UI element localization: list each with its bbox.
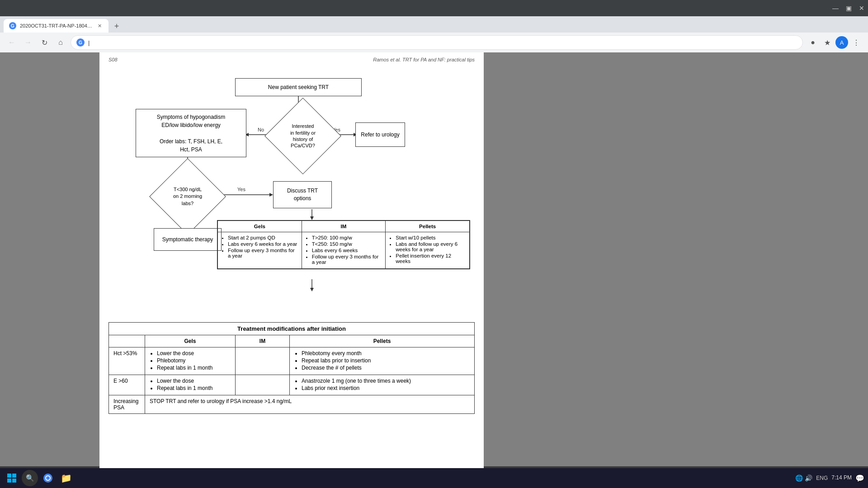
gels-header: Gels xyxy=(218,221,302,232)
pellets-item-3: Pellet insertion every 12 weeks xyxy=(396,253,467,264)
file-explorer-icon[interactable]: 📁 xyxy=(58,470,74,486)
svg-marker-11 xyxy=(269,193,273,197)
page-header-right: Ramos et al. TRT for PA and NF: practica… xyxy=(373,57,475,62)
gels-list: Start at 2 pumps QD Labs every 6 weeks f… xyxy=(221,235,299,258)
hct-gels-3: Repeat labs in 1 month xyxy=(157,365,231,371)
taskbar: 🔍 📁 🌐 🔊 ENG 7:14 PM 💬 xyxy=(0,468,868,488)
left-margin xyxy=(0,52,99,466)
e60-gels: Lower the dose Repeat labs in 1 month xyxy=(145,375,236,395)
notification-icon[interactable]: 💬 xyxy=(855,474,864,483)
treatment-modifications-section: Treatment modifications after initiation… xyxy=(108,322,475,414)
volume-icon: 🔊 xyxy=(805,474,812,482)
right-margin xyxy=(484,52,868,466)
discuss-trt-text: Discuss TRT options xyxy=(278,187,327,202)
profile-button[interactable]: A xyxy=(835,36,848,49)
pellets-header: Pellets xyxy=(386,221,470,232)
time-display: 7:14 PM xyxy=(831,474,852,482)
menu-button[interactable]: ⋮ xyxy=(850,36,863,49)
address-text: | xyxy=(88,39,90,46)
title-bar: — ▣ ✕ xyxy=(0,0,868,16)
symptoms-box-text: Symptoms of hypogonadismED/low libido/lo… xyxy=(157,113,225,154)
start-button[interactable] xyxy=(4,470,20,486)
bookmark-button[interactable]: ★ xyxy=(821,36,834,49)
windows-logo-icon xyxy=(7,474,16,483)
extensions-button[interactable]: ● xyxy=(807,36,819,49)
fertility-diamond-text: Interestedin fertility orhistory ofPCa/C… xyxy=(276,109,330,163)
e60-pellets: Anastrozole 1 mg (one to three times a w… xyxy=(290,375,475,395)
im-item-1: T>250: 100 mg/w xyxy=(312,235,383,240)
svg-rect-20 xyxy=(7,474,11,478)
tab-favicon: G xyxy=(9,22,16,29)
home-button[interactable]: ⌂ xyxy=(54,36,67,49)
e60-gels-1: Lower the dose xyxy=(157,378,231,384)
svg-rect-21 xyxy=(12,474,16,478)
e60-im xyxy=(236,375,290,395)
table-col-gels: Gels xyxy=(145,335,236,347)
hct-label: Hct >53% xyxy=(109,347,145,375)
e60-pellets-1: Anastrozole 1 mg (one to three times a w… xyxy=(302,378,470,384)
page-inner: S08 Ramos et al. TRT for PA and NF: prac… xyxy=(99,52,484,423)
start-box-text: New patient seeking TRT xyxy=(268,84,329,91)
nav-right-icons: ● ★ A ⋮ xyxy=(807,36,863,49)
symptomatic-text: Symptomatic therapy xyxy=(162,236,213,244)
reload-button[interactable]: ↻ xyxy=(38,36,51,49)
svg-marker-19 xyxy=(310,288,314,291)
forward-button[interactable]: → xyxy=(22,36,34,49)
language-indicator: ENG xyxy=(816,475,828,481)
gels-item-1: Start at 2 pumps QD xyxy=(228,235,299,240)
table-col-im: IM xyxy=(236,335,290,347)
page-content: S08 Ramos et al. TRT for PA and NF: prac… xyxy=(99,52,484,486)
table-row-psa: Increasing PSA STOP TRT and refer to uro… xyxy=(109,395,475,414)
t300-diamond-wrapper: T<300 ng/dLon 2 morninglabs? xyxy=(160,169,215,224)
page-header: S08 Ramos et al. TRT for PA and NF: prac… xyxy=(108,57,475,62)
hct-pellets-2: Repeat labs prior to insertion xyxy=(302,357,470,364)
active-tab[interactable]: G 2020OCT31-TRT-PA-NP-18048-P ✕ xyxy=(4,19,108,33)
symptomatic-box: Symptomatic therapy xyxy=(154,228,222,251)
pellets-item-2: Labs and follow up every 6 weeks for a y… xyxy=(396,241,467,252)
svg-text:Yes: Yes xyxy=(237,187,245,192)
hct-im xyxy=(236,347,290,375)
svg-rect-23 xyxy=(12,479,16,483)
tab-bar: G 2020OCT31-TRT-PA-NP-18048-P ✕ + xyxy=(0,16,868,33)
start-box: New patient seeking TRT xyxy=(235,78,362,96)
hct-pellets-1: Phlebotomy every month xyxy=(302,350,470,357)
flowchart: No Yes Yes No xyxy=(108,69,475,322)
e60-gels-2: Repeat labs in 1 month xyxy=(157,385,231,391)
psa-full-text: STOP TRT and refer to urology if PSA inc… xyxy=(145,395,475,414)
modifications-table: Treatment modifications after initiation… xyxy=(108,322,475,414)
nav-bar: ← → ↻ ⌂ G | ● ★ A ⋮ xyxy=(0,33,868,52)
search-button[interactable]: 🔍 xyxy=(22,470,38,486)
back-button[interactable]: ← xyxy=(5,36,18,49)
svg-rect-22 xyxy=(7,479,11,483)
gels-item-3: Follow up every 3 months for a year xyxy=(228,248,299,258)
hct-gels-1: Lower the dose xyxy=(157,350,231,357)
fertility-diamond-wrapper: Interestedin fertility orhistory ofPCa/C… xyxy=(276,109,330,163)
new-tab-button[interactable]: + xyxy=(110,20,123,33)
network-icon: 🌐 xyxy=(795,474,803,482)
table-col-empty xyxy=(109,335,145,347)
svg-text:No: No xyxy=(258,127,264,132)
maximize-button[interactable]: ▣ xyxy=(846,5,852,12)
time: 7:14 PM xyxy=(831,474,852,482)
psa-label: Increasing PSA xyxy=(109,395,145,414)
im-item-2: T<250: 150 mg/w xyxy=(312,241,383,247)
chrome-icon xyxy=(42,473,53,483)
table-title: Treatment modifications after initiation xyxy=(109,323,475,335)
tab-title: 2020OCT31-TRT-PA-NP-18048-P xyxy=(20,23,92,28)
e60-label: E >60 xyxy=(109,375,145,395)
window-controls: — ▣ ✕ xyxy=(832,5,864,12)
minimize-button[interactable]: — xyxy=(832,5,839,12)
gels-item-2: Labs every 6 weeks for a year xyxy=(228,241,299,247)
taskbar-right: 🌐 🔊 ENG 7:14 PM 💬 xyxy=(795,474,864,483)
tab-close-button[interactable]: ✕ xyxy=(96,22,103,29)
address-bar[interactable]: G | xyxy=(71,35,803,50)
symptoms-box: Symptoms of hypogonadismED/low libido/lo… xyxy=(136,109,246,157)
pellets-list: Start w/10 pellets Labs and follow up ev… xyxy=(388,235,467,264)
close-button[interactable]: ✕ xyxy=(859,5,864,12)
im-list: T>250: 100 mg/w T<250: 150 mg/w Labs eve… xyxy=(305,235,383,265)
svg-marker-17 xyxy=(310,216,314,220)
pellets-item-1: Start w/10 pellets xyxy=(396,235,467,240)
treatment-options: Gels IM Pellets Start at 2 pumps QD xyxy=(217,220,470,269)
system-icons: 🌐 🔊 xyxy=(795,474,812,482)
chrome-taskbar-icon[interactable] xyxy=(40,470,56,486)
